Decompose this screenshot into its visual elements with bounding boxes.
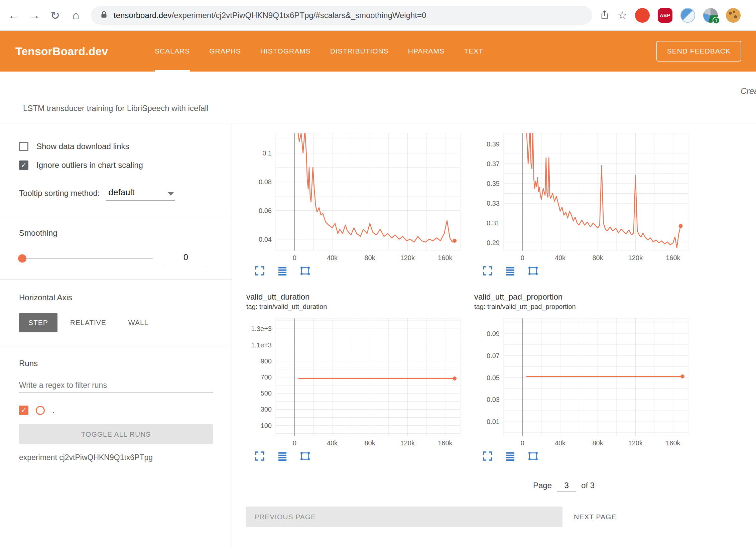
svg-text:160k: 160k (438, 254, 453, 261)
experiment-subheader: Crea LSTM transducer training for LibriS… (0, 72, 756, 123)
abp-extension-icon[interactable]: ABP (658, 8, 672, 23)
previous-page-button[interactable]: PREVIOUS PAGE (246, 507, 562, 527)
svg-text:120k: 120k (400, 439, 415, 447)
blue-extension-icon[interactable] (680, 8, 695, 23)
tab-hparams[interactable]: HPARAMS (408, 31, 445, 72)
svg-text:0: 0 (293, 439, 296, 447)
svg-text:0.08: 0.08 (259, 178, 272, 186)
tooltip-sorting-select[interactable]: default (106, 186, 175, 201)
line-chart[interactable]: 0.040.060.080.1040k80k120k160k (246, 130, 465, 261)
svg-text:100: 100 (261, 422, 272, 429)
expand-chart-icon[interactable] (254, 265, 265, 276)
run-color-swatch[interactable] (36, 406, 45, 415)
settings-sidebar: Show data download links ✓ Ignore outlie… (0, 124, 232, 547)
runs-regex-input[interactable] (19, 378, 213, 393)
svg-text:0.29: 0.29 (487, 239, 500, 246)
view-data-icon[interactable] (277, 451, 288, 461)
svg-text:40k: 40k (555, 439, 566, 447)
svg-text:0.31: 0.31 (487, 219, 500, 227)
bookmark-star-icon[interactable]: ☆ (618, 9, 627, 21)
svg-text:0: 0 (293, 254, 296, 261)
experiment-description: LSTM transducer training for LibriSpeech… (23, 104, 209, 113)
svg-text:1.3e+3: 1.3e+3 (251, 325, 272, 332)
svg-text:0.37: 0.37 (487, 160, 500, 168)
reload-icon[interactable]: ↻ (45, 9, 66, 22)
line-chart[interactable]: 0.290.310.330.350.370.39040k80k120k160k (474, 130, 693, 261)
tab-graphs[interactable]: GRAPHS (209, 31, 241, 72)
expand-chart-icon[interactable] (254, 451, 265, 461)
chart-card-valid-utt-duration: valid_utt_duration tag: train/valid_utt_… (246, 292, 466, 461)
svg-text:160k: 160k (666, 254, 680, 261)
toggle-all-runs-button[interactable]: TOGGLE ALL RUNS (19, 424, 213, 444)
svg-text:120k: 120k (628, 439, 643, 447)
horizontal-axis-label: Horizontal Axis (19, 293, 213, 302)
axis-step-button[interactable]: STEP (19, 313, 57, 332)
ignore-outliers-label: Ignore outliers in chart scaling (36, 160, 143, 170)
forward-icon[interactable]: → (24, 9, 45, 22)
show-download-links-checkbox[interactable] (19, 142, 28, 151)
svg-text:0: 0 (521, 254, 524, 261)
avatar-badge: 1 (713, 17, 720, 24)
share-icon[interactable] (600, 10, 610, 21)
svg-text:80k: 80k (592, 254, 603, 261)
svg-text:0.07: 0.07 (487, 352, 500, 359)
fit-domain-icon[interactable] (300, 265, 310, 276)
home-icon[interactable]: ⌂ (66, 9, 86, 22)
axis-relative-button[interactable]: RELATIVE (61, 313, 116, 332)
svg-text:80k: 80k (592, 439, 603, 447)
clipped-created-text: Crea (741, 86, 756, 96)
next-page-button[interactable]: NEXT PAGE (574, 513, 616, 521)
tab-histograms[interactable]: HISTOGRAMS (260, 31, 311, 72)
svg-text:0.06: 0.06 (259, 207, 272, 214)
brand-title: TensorBoard.dev (15, 45, 108, 58)
tab-text[interactable]: TEXT (464, 31, 483, 72)
svg-text:0: 0 (521, 439, 524, 447)
svg-text:40k: 40k (555, 254, 566, 261)
run-name: . (52, 406, 54, 415)
fit-domain-icon[interactable] (528, 451, 538, 461)
svg-text:0.04: 0.04 (259, 236, 272, 243)
svg-text:500: 500 (261, 390, 272, 397)
tab-scalars[interactable]: SCALARS (155, 31, 190, 72)
app-header: TensorBoard.dev SCALARS GRAPHS HISTOGRAM… (0, 31, 756, 72)
toolbar-right: ☆ ABP 1 (600, 8, 745, 23)
view-data-icon[interactable] (505, 265, 516, 276)
expand-chart-icon[interactable] (482, 451, 493, 461)
cookie-extension-icon[interactable] (726, 8, 741, 23)
back-icon[interactable]: ← (3, 9, 24, 22)
fit-domain-icon[interactable] (300, 451, 310, 461)
view-data-icon[interactable] (277, 265, 288, 276)
run-checkbox[interactable]: ✓ (19, 406, 28, 415)
tab-distributions[interactable]: DISTRIBUTIONS (330, 31, 389, 72)
svg-text:160k: 160k (438, 439, 453, 447)
svg-text:1.1e+3: 1.1e+3 (251, 341, 272, 349)
fit-domain-icon[interactable] (528, 265, 538, 276)
ignore-outliers-checkbox[interactable]: ✓ (19, 160, 28, 170)
chart-card-valid-utt-pad-proportion: valid_utt_pad_proportion tag: train/vali… (474, 292, 694, 461)
svg-text:700: 700 (261, 373, 272, 381)
pagination: Page of 3 (533, 479, 756, 492)
svg-text:0.09: 0.09 (487, 330, 500, 337)
smoothing-slider-thumb[interactable] (18, 254, 26, 263)
profile-avatar[interactable]: 1 (703, 8, 718, 23)
page-label: Page (533, 481, 552, 490)
address-bar[interactable]: tensorboard.dev/experiment/cj2vtPiwQHKN9… (91, 6, 592, 25)
view-data-icon[interactable] (505, 451, 516, 461)
smoothing-slider[interactable] (19, 258, 153, 259)
svg-text:0.05: 0.05 (487, 374, 500, 381)
axis-wall-button[interactable]: WALL (119, 313, 158, 332)
expand-chart-icon[interactable] (482, 265, 493, 276)
adblock-extension-icon[interactable] (635, 8, 650, 23)
line-chart[interactable]: 0.010.030.050.070.09040k80k120k160k (474, 316, 693, 447)
svg-text:120k: 120k (628, 254, 643, 261)
chart-title: valid_utt_duration (246, 292, 466, 302)
send-feedback-button[interactable]: SEND FEEDBACK (656, 41, 741, 62)
svg-text:900: 900 (261, 357, 272, 365)
lock-icon (100, 10, 108, 20)
svg-text:300: 300 (261, 406, 272, 413)
smoothing-value-input[interactable]: 0 (165, 252, 206, 265)
svg-text:0.35: 0.35 (487, 180, 500, 187)
page-number-input[interactable] (557, 479, 576, 492)
smoothing-label: Smoothing (19, 228, 213, 238)
line-chart[interactable]: 1003005007009001.1e+31.3e+3040k80k120k16… (246, 316, 465, 447)
